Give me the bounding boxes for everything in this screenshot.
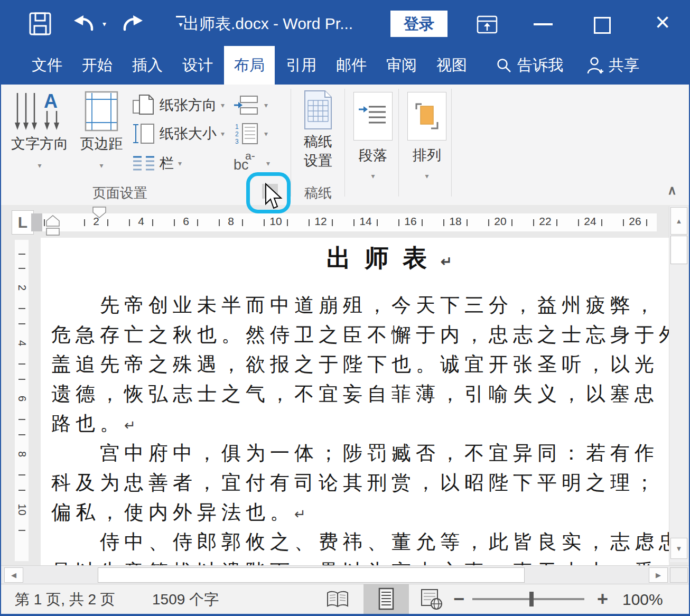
word-count[interactable]: 1509 个字 <box>152 584 219 614</box>
zoom-out-button[interactable]: − <box>453 584 464 614</box>
group-separator <box>344 89 345 197</box>
tab-selector[interactable]: L <box>12 210 34 235</box>
read-mode-icon <box>326 590 349 609</box>
undo-icon[interactable] <box>71 13 96 36</box>
tab-视图[interactable]: 视图 <box>428 46 475 85</box>
paragraph-button[interactable]: 段落 ▾ <box>350 92 396 181</box>
vertical-scroll-thumb[interactable] <box>670 236 687 264</box>
text-direction-button[interactable]: A 文字方向 ▾ <box>8 91 71 170</box>
ruler-number: 16 <box>404 215 416 228</box>
tab-设计[interactable]: 设计 <box>174 46 221 85</box>
svg-text:3: 3 <box>235 138 239 145</box>
ruler-tick <box>623 219 624 226</box>
tab-插入[interactable]: 插入 <box>124 46 171 85</box>
redo-icon[interactable] <box>120 13 146 36</box>
ruler-tick <box>18 268 25 269</box>
paper-size-button[interactable]: 纸张大小 ▾ <box>132 122 225 146</box>
ruler-tick <box>18 434 25 435</box>
ruler-margin-block <box>31 213 42 231</box>
orientation-label: 纸张方向 <box>160 96 217 115</box>
save-icon[interactable] <box>29 12 52 36</box>
margins-button[interactable]: 页边距 ▾ <box>75 91 128 170</box>
hyphenation-button[interactable]: bc a- ▾ <box>234 151 270 175</box>
window-bottom-edge <box>1 614 690 616</box>
print-layout-button[interactable] <box>363 584 409 614</box>
svg-text:1: 1 <box>235 123 239 130</box>
ruler-tick <box>533 219 534 226</box>
zoom-slider-handle[interactable] <box>529 592 534 606</box>
document-line: 宫中府中，俱为一体；陟罚臧否，不宜异同：若有作 <box>51 438 669 468</box>
ruler-tick <box>488 219 489 226</box>
ruler-tick <box>422 219 423 226</box>
left-indent-marker[interactable] <box>45 214 60 238</box>
ruler-number: 20 <box>494 215 506 228</box>
breaks-icon <box>234 95 260 116</box>
vertical-scrollbar[interactable]: ▲ ▼ <box>669 206 688 562</box>
share-label: 共享 <box>609 55 639 76</box>
document-line: 先帝创业未半而中道崩殂，今天下三分，益州疲弊， <box>51 291 669 320</box>
mouse-cursor <box>264 183 285 210</box>
web-layout-button[interactable] <box>418 588 445 611</box>
ruler-number: 18 <box>449 215 461 228</box>
tab-文件[interactable]: 文件 <box>23 46 71 85</box>
vertical-ruler: 246810 <box>15 240 29 561</box>
collapse-ribbon-button[interactable]: ∧ <box>663 183 682 198</box>
scroll-down-button[interactable]: ▼ <box>670 538 687 559</box>
scroll-up-button[interactable]: ▲ <box>670 207 687 235</box>
document-area: 246810 出师表↵ 先帝创业未半而中道崩殂，今天下三分，益州疲弊，危急存亡之… <box>1 238 669 565</box>
ruler-row: L 2468101214161820222426 <box>1 205 689 238</box>
ruler-tick <box>242 219 243 226</box>
ruler-number: 4 <box>138 215 144 228</box>
tab-布局[interactable]: 布局 <box>224 46 275 85</box>
tab-开始[interactable]: 开始 <box>73 46 121 85</box>
ruler-tick <box>18 323 25 324</box>
ruler-tick <box>353 219 355 226</box>
scroll-left-button[interactable]: ◀ <box>4 567 23 583</box>
ruler-tick <box>18 308 25 309</box>
ruler-tick <box>107 219 108 226</box>
first-line-indent-marker[interactable] <box>92 206 107 219</box>
left-arrow-icon: ◀ <box>11 571 16 579</box>
ribbon: A 文字方向 ▾ 页边距 ▾ 纸张方向 ▾ <box>1 85 689 206</box>
ruler-tick <box>18 490 25 491</box>
ruler-tick <box>18 419 25 420</box>
horizontal-scrollbar[interactable]: ◀ ▶ <box>1 565 690 584</box>
text-direction-icon: A <box>12 91 67 132</box>
tab-审阅[interactable]: 审阅 <box>378 46 425 85</box>
manuscript-setup-button[interactable]: 稿纸 设置 <box>295 90 341 170</box>
document-line: 是以先帝简拔以遗陛下：愚以为宫中之事，事无大小，悉 <box>51 557 669 565</box>
ruler-tick <box>443 219 444 226</box>
share-button[interactable]: 共享 <box>586 46 639 85</box>
ruler-tick <box>44 219 45 226</box>
close-button[interactable]: × <box>647 1 678 46</box>
columns-icon <box>132 154 155 173</box>
undo-dropdown-icon[interactable]: ▾ <box>102 20 106 27</box>
ruler-tick <box>18 530 25 531</box>
down-arrow-icon: ▼ <box>676 545 683 553</box>
line-numbers-button[interactable]: 1 2 3 ▾ <box>234 122 268 146</box>
tab-邮件[interactable]: 邮件 <box>328 46 375 85</box>
scroll-right-button[interactable]: ▶ <box>649 567 668 583</box>
group-label-page-setup: 页面设置 <box>33 184 207 202</box>
tab-引用[interactable]: 引用 <box>277 46 325 85</box>
page-indicator[interactable]: 第 1 页, 共 2 页 <box>15 584 115 614</box>
zoom-level[interactable]: 100% <box>622 584 663 614</box>
arrange-button[interactable]: 排列 ▾ <box>404 92 450 181</box>
ruler-tick <box>556 219 557 226</box>
ribbon-tabs: 文件开始插入设计布局引用邮件审阅视图 <box>23 46 478 85</box>
horizontal-scroll-thumb[interactable] <box>98 567 525 583</box>
ribbon-tab-row: 文件开始插入设计布局引用邮件审阅视图 告诉我 共享 <box>1 46 689 85</box>
orientation-button[interactable]: 纸张方向 ▾ <box>132 93 225 117</box>
title-bar: ▾ ▾ 出师表.docx - Word Pr... 登录 × <box>1 1 689 46</box>
sign-in-button[interactable]: 登录 <box>390 11 447 37</box>
read-mode-button[interactable] <box>324 588 351 611</box>
breaks-button[interactable]: ▾ <box>234 93 268 117</box>
zoom-slider-track[interactable] <box>472 598 584 600</box>
ruler-number: 8 <box>16 448 28 461</box>
columns-button[interactable]: 栏 ▾ <box>132 151 182 175</box>
tell-me-box[interactable]: 告诉我 <box>496 46 563 85</box>
document-page[interactable]: 出师表↵ 先帝创业未半而中道崩殂，今天下三分，益州疲弊，危急存亡之秋也。然侍卫之… <box>41 238 669 565</box>
ribbon-display-options-icon[interactable] <box>475 13 499 36</box>
web-layout-icon <box>419 589 444 611</box>
zoom-in-button[interactable]: + <box>597 584 608 614</box>
